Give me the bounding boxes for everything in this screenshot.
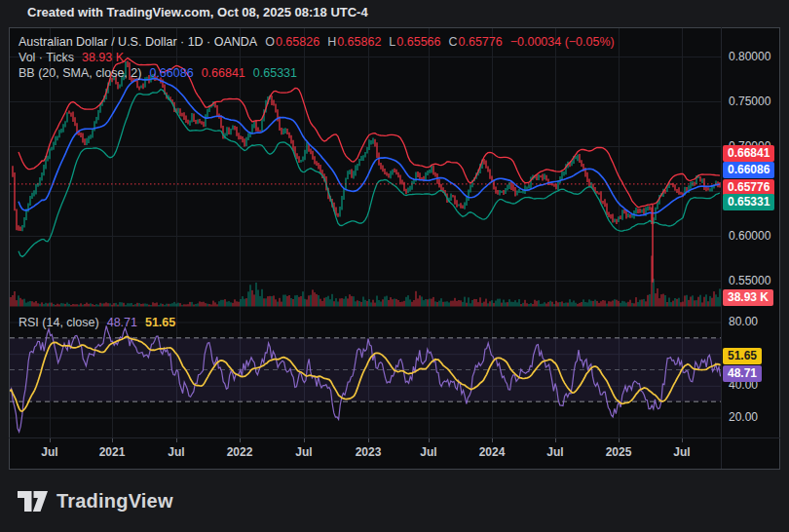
time-axis-label[interactable]: Jul: [420, 445, 436, 459]
rsi-ma-badge: 51.65: [723, 348, 762, 364]
price-axis-label: 0.55000: [729, 274, 770, 288]
bb-lower-badge: 0.65331: [723, 194, 774, 210]
rsi-label: RSI (14, close): [19, 316, 99, 330]
ohlc-high: H0.65862: [327, 35, 381, 50]
candles-layer: [13, 61, 720, 232]
volume-legend[interactable]: Vol · Ticks 38.93 K: [19, 51, 124, 65]
symbol-title: Australian Dollar / U.S. Dollar · 1D · O…: [19, 35, 257, 50]
volume-label: Vol · Ticks: [19, 51, 74, 65]
rsi-axis-label: 20.00: [729, 410, 758, 425]
bb-basis-badge: 0.66086: [723, 162, 774, 178]
rsi-axis-label: 80.00: [729, 315, 758, 329]
ohlc-close: C0.65776: [448, 35, 502, 50]
tradingview-snapshot: Created with TradingView.com, Oct 08, 20…: [0, 0, 789, 532]
time-axis-label[interactable]: 2021: [99, 445, 126, 459]
tradingview-logo[interactable]: TradingView: [18, 488, 173, 514]
snapshot-header: Created with TradingView.com, Oct 08, 20…: [27, 4, 368, 21]
price-close-badge: 0.65776: [723, 179, 774, 196]
price-change: −0.00034 (−0.05%): [510, 35, 615, 50]
ohlc-low: L0.65566: [389, 35, 440, 50]
rsi-legend[interactable]: RSI (14, close) 48.71 51.65: [19, 316, 175, 330]
tradingview-logo-icon: [18, 488, 48, 514]
bb-upper-badge: 0.66841: [723, 145, 774, 162]
symbol-legend[interactable]: Australian Dollar / U.S. Dollar · 1D · O…: [19, 35, 615, 50]
price-axis-label: 0.80000: [729, 50, 770, 64]
time-axis-label[interactable]: 2024: [479, 445, 506, 459]
bb-label: BB (20, SMA, close, 2): [19, 66, 141, 81]
time-axis-label[interactable]: Jul: [546, 445, 563, 459]
volume-badge: 38.93 K: [723, 289, 773, 306]
rsi-ma-value: 51.65: [145, 316, 175, 330]
bb-upper-value: 0.66841: [202, 66, 245, 81]
bb-legend[interactable]: BB (20, SMA, close, 2) 0.66086 0.66841 0…: [19, 66, 297, 81]
tradingview-logo-text: TradingView: [56, 490, 173, 513]
bb-basis-value: 0.66086: [149, 66, 193, 81]
time-axis-label[interactable]: 2025: [606, 445, 632, 459]
time-axis-label[interactable]: Jul: [673, 445, 690, 459]
rsi-value: 48.71: [107, 316, 137, 330]
ohlc-open: O0.65826: [265, 35, 319, 50]
time-axis-label[interactable]: 2022: [227, 445, 253, 459]
rsi-badge: 48.71: [723, 365, 762, 382]
time-axis-label[interactable]: Jul: [295, 445, 312, 459]
bb-lower-value: 0.65331: [253, 66, 297, 81]
price-axis-label: 0.75000: [729, 95, 770, 109]
price-axis-label: 0.60000: [729, 229, 770, 244]
time-axis-label[interactable]: Jul: [168, 445, 184, 459]
time-axis-label[interactable]: 2023: [356, 445, 382, 459]
time-axis-label[interactable]: Jul: [41, 445, 57, 459]
volume-value: 38.93 K: [82, 51, 124, 65]
